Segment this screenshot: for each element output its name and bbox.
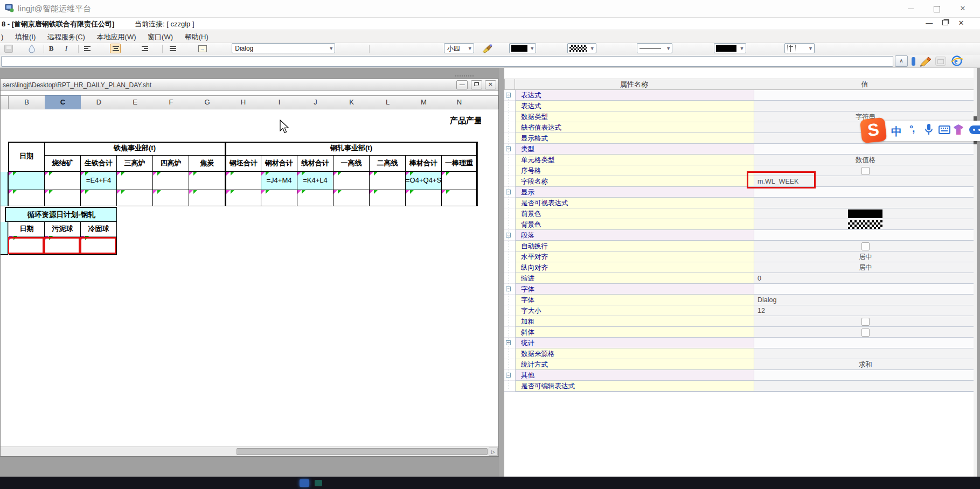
formula-cell[interactable]: =E4+F4	[81, 172, 117, 190]
italic-button[interactable]: I	[61, 44, 71, 53]
fill-pattern-select[interactable]: ▼	[567, 43, 596, 53]
formula-cell[interactable]	[153, 172, 189, 190]
maximize-button[interactable]	[925, 1, 949, 17]
property-name-23[interactable]: 统计	[515, 338, 754, 348]
formula-input[interactable]	[1, 56, 893, 67]
property-name-0[interactable]: 表达式	[515, 90, 754, 101]
property-value-15[interactable]: 居中	[754, 252, 977, 262]
property-value-14[interactable]	[754, 241, 977, 252]
property-name-4[interactable]: 显示格式	[515, 133, 754, 144]
property-value-18[interactable]	[754, 284, 977, 295]
header-group-ironcoke[interactable]: 铁焦事业部(t)	[45, 142, 225, 156]
hscrollbar-thumb[interactable]	[237, 448, 488, 455]
emoji-game-icon[interactable]	[969, 124, 980, 136]
bold-button[interactable]: B	[46, 44, 56, 53]
formula-cell[interactable]: =J4+M4	[261, 172, 297, 190]
taskbar[interactable]	[0, 477, 980, 489]
sub-header-2[interactable]: 生铁合计	[81, 156, 117, 172]
property-name-13[interactable]: 段落	[515, 230, 754, 241]
property-value-9[interactable]	[754, 187, 977, 198]
property-value-0[interactable]	[754, 90, 977, 101]
column-header-C[interactable]: C	[45, 95, 81, 109]
column-header-G[interactable]: G	[189, 95, 226, 109]
ime-mode-toggle[interactable]: 中	[891, 124, 902, 139]
empty-cell[interactable]	[406, 190, 442, 206]
sub-header-11[interactable]: 棒材合计	[406, 156, 442, 172]
doc-window-title-bar[interactable]: sers\lingjt\Desktop\RPT_HR_DAILY_PLAN_DA…	[1, 79, 498, 91]
property-name-26[interactable]: 其他	[515, 370, 754, 381]
sogou-logo-icon[interactable]: S	[860, 117, 887, 144]
column-header-E[interactable]: E	[117, 95, 154, 109]
sub-header-12[interactable]: 一棒理重	[442, 156, 477, 172]
formula-cell[interactable]	[9, 172, 45, 190]
close-button[interactable]: ✕	[951, 1, 975, 17]
recycle-header-1[interactable]: 日期	[9, 222, 45, 236]
border-select[interactable]: ▼	[784, 43, 815, 53]
property-value-11[interactable]	[754, 208, 977, 219]
sub-header-4[interactable]: 四高炉	[153, 156, 189, 172]
property-name-17[interactable]: 缩进	[515, 273, 754, 284]
align-justify-icon[interactable]	[168, 44, 178, 53]
sub-header-1[interactable]: 烧结矿	[45, 156, 81, 172]
property-value-25[interactable]: 求和	[754, 359, 977, 370]
background-pattern-swatch[interactable]	[848, 220, 882, 229]
column-header-D[interactable]: D	[81, 95, 117, 109]
sub-header-10[interactable]: 二高线	[370, 156, 406, 172]
column-header-K[interactable]: K	[333, 95, 370, 109]
panel-splitter[interactable]	[499, 68, 504, 477]
align-center-icon[interactable]	[110, 44, 121, 53]
column-header-partial[interactable]	[1, 95, 9, 109]
formula-cell[interactable]	[117, 172, 153, 190]
property-value-20[interactable]: 12	[754, 305, 977, 316]
property-value-24[interactable]	[754, 348, 977, 359]
sub-header-3[interactable]: 三高炉	[117, 156, 153, 172]
property-name-5[interactable]: 类型	[515, 144, 754, 155]
formula-cell[interactable]	[45, 172, 81, 190]
format-painter-brush-icon[interactable]	[481, 44, 493, 56]
menu-item-fill[interactable]: 填报(I)	[10, 30, 40, 44]
header-group-steelroll[interactable]: 钢轧事业部(t)	[225, 142, 477, 156]
property-value-16[interactable]: 居中	[754, 262, 977, 273]
menu-item-window[interactable]: 窗口(W)	[143, 30, 178, 44]
font-color-select[interactable]: ▼	[509, 43, 536, 53]
property-value-1[interactable]	[754, 101, 977, 111]
hscroll-right-arrow[interactable]: ▷	[489, 448, 498, 456]
property-value-5[interactable]	[754, 144, 977, 155]
column-header-H[interactable]: H	[225, 95, 262, 109]
empty-cell[interactable]	[370, 190, 406, 206]
property-name-7[interactable]: 序号格	[515, 165, 754, 176]
property-value-27[interactable]	[754, 381, 977, 392]
line-style-select[interactable]: ▼	[637, 43, 672, 53]
checkbox[interactable]	[861, 329, 870, 337]
property-name-6[interactable]: 单元格类型	[515, 155, 754, 165]
property-name-12[interactable]: 背景色	[515, 219, 754, 230]
property-name-19[interactable]: 字体	[515, 295, 754, 305]
splitter-gripper[interactable]	[455, 74, 481, 78]
sub-header-9[interactable]: 一高线	[333, 156, 370, 172]
taskbar-app-icon[interactable]	[300, 479, 309, 487]
keyboard-icon[interactable]	[939, 125, 950, 136]
doc-close-button[interactable]: ✕	[954, 19, 968, 27]
align-right-icon[interactable]	[140, 44, 150, 53]
formula-cell[interactable]: =O4+Q4+S	[406, 172, 442, 190]
property-value-23[interactable]	[754, 338, 977, 348]
ime-punctuation-toggle[interactable]: °,	[909, 123, 914, 135]
property-value-17[interactable]: 0	[754, 273, 977, 284]
column-header-F[interactable]: F	[153, 95, 190, 109]
column-header-B[interactable]: B	[9, 95, 45, 109]
menu-item-remote[interactable]: 远程服务(C)	[43, 30, 90, 44]
property-value-26[interactable]	[754, 370, 977, 381]
formula-cell[interactable]	[189, 172, 225, 190]
empty-cell[interactable]	[117, 190, 153, 206]
column-header-J[interactable]: J	[297, 95, 334, 109]
property-value-12[interactable]	[754, 219, 977, 230]
internet-explorer-icon[interactable]: e	[950, 55, 963, 67]
ink-droplet-icon[interactable]	[27, 44, 37, 53]
property-name-22[interactable]: 斜体	[515, 327, 754, 338]
sub-header-7[interactable]: 钢材合计	[261, 156, 297, 172]
property-name-27[interactable]: 是否可编辑表达式	[515, 381, 754, 392]
formula-cell[interactable]	[333, 172, 370, 190]
empty-cell[interactable]	[189, 190, 225, 206]
property-value-13[interactable]	[754, 230, 977, 241]
empty-cell[interactable]	[81, 190, 117, 206]
